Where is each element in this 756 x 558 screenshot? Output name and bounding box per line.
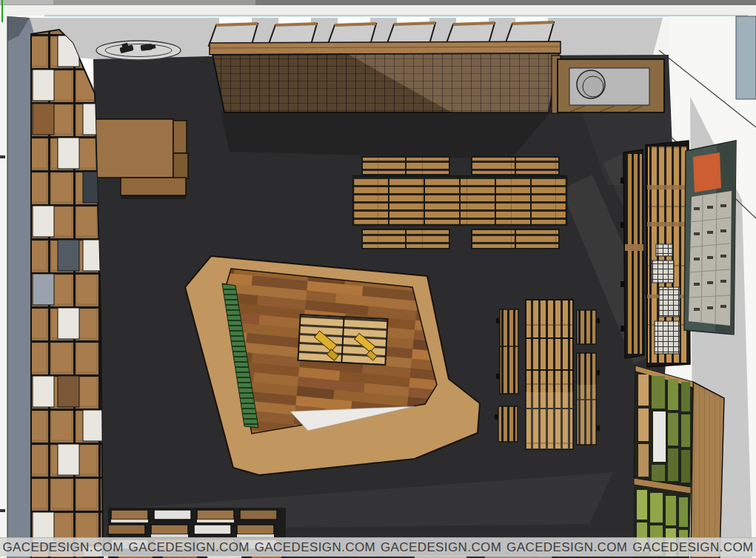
watermark-text: GACEDESIGN.COM <box>126 540 252 555</box>
slat-bench <box>500 309 518 394</box>
slat-bench <box>577 310 596 344</box>
interior-render <box>0 0 756 558</box>
watermark-text: GACEDESIGN.COM <box>0 540 126 555</box>
entrance-mat <box>96 41 181 60</box>
counter-stool <box>577 70 605 98</box>
tall-slat-display-shelves <box>620 141 690 367</box>
panel-shadow <box>221 111 552 159</box>
cubby-cells-upper <box>638 374 690 483</box>
slat-bench <box>498 406 518 442</box>
blue-gray-wall <box>736 16 756 99</box>
white-cubby <box>653 411 666 462</box>
watermark-text: GACEDESIGN.COM <box>252 540 378 555</box>
poster-orange-seal <box>693 152 721 192</box>
watermark-text: GACEDESIGN.COM <box>630 540 756 555</box>
service-counter <box>558 59 664 112</box>
left-cube-shelving-wall <box>31 30 103 558</box>
render-viewport: GACEDESIGN.COM GACEDESIGN.COM GACEDESIGN… <box>0 0 756 558</box>
top-wall-band <box>0 0 756 17</box>
watermark-band: GACEDESIGN.COM GACEDESIGN.COM GACEDESIGN… <box>0 537 756 557</box>
axis-line-green <box>1 0 3 22</box>
green-cubby-shelf <box>633 366 724 558</box>
vertical-slat-seating <box>495 300 600 449</box>
hanging-slatted-ceiling-panel <box>210 41 561 113</box>
wall-top-highlight <box>44 15 748 17</box>
watermark-text: GACEDESIGN.COM <box>378 540 504 555</box>
watermark-text: GACEDESIGN.COM <box>504 540 630 555</box>
left-outer-edge <box>0 6 7 558</box>
wall-poster <box>684 141 736 335</box>
